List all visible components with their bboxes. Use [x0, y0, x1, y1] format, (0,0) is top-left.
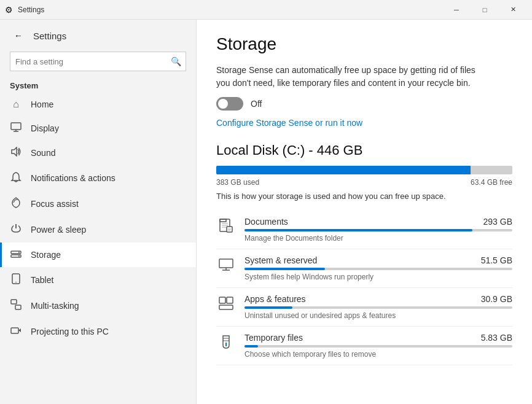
notifications-icon: [10, 171, 22, 185]
system-bar: [244, 268, 512, 270]
sidebar-item-tablet[interactable]: Tablet: [0, 267, 196, 293]
apps-bar: [244, 306, 512, 309]
power-icon: [10, 223, 22, 236]
apps-sub: Uninstall unused or undesired apps & fea…: [244, 311, 512, 320]
storage-item-temp[interactable]: Temporary files 5.83 GB Choose which tem…: [216, 327, 512, 365]
close-button[interactable]: ✕: [499, 0, 527, 20]
disk-bar-used: [216, 166, 471, 174]
svg-rect-11: [15, 305, 21, 309]
sidebar-item-power[interactable]: Power & sleep: [0, 217, 196, 243]
titlebar-title: Settings: [18, 6, 44, 14]
temp-body: Temporary files 5.83 GB Choose which tem…: [244, 333, 512, 359]
sidebar-item-label: Display: [31, 123, 59, 133]
sidebar-item-label: Multi-tasking: [31, 301, 79, 311]
temp-name: Temporary files: [244, 333, 303, 343]
sidebar-item-label: Power & sleep: [31, 225, 86, 235]
search-box: 🔍: [10, 52, 186, 71]
temp-sub: Choose which temporary files to remove: [244, 350, 512, 359]
svg-rect-14: [220, 219, 226, 222]
toggle-label: Off: [251, 99, 262, 109]
disk-bar-labels: 383 GB used 63.4 GB free: [216, 178, 512, 187]
temp-icon: [216, 334, 236, 353]
main-content: Storage Storage Sense can automatically …: [197, 20, 532, 404]
page-title: Storage: [216, 34, 512, 54]
documents-body: Documents 293 GB Manage the Documents fo…: [244, 217, 512, 243]
back-button[interactable]: ←: [10, 27, 27, 44]
temp-row: Temporary files 5.83 GB: [244, 333, 512, 343]
svg-rect-12: [11, 328, 18, 333]
sidebar-item-label: Home: [31, 99, 53, 109]
titlebar: ⚙ Settings ─ □ ✕: [0, 0, 532, 20]
sidebar-item-label: Projecting to this PC: [31, 327, 109, 336]
storage-sense-toggle-row: Off: [216, 97, 512, 111]
storage-item-documents[interactable]: Documents 293 GB Manage the Documents fo…: [216, 211, 512, 249]
temp-bar-fill: [244, 345, 258, 348]
documents-row: Documents 293 GB: [244, 217, 512, 227]
sidebar-item-multitasking[interactable]: Multi-tasking: [0, 293, 196, 319]
svg-rect-21: [219, 259, 233, 268]
toggle-knob: [218, 99, 228, 109]
temp-bar: [244, 345, 512, 348]
apps-name: Apps & features: [244, 294, 306, 304]
sidebar-item-label: Notifications & actions: [31, 173, 115, 183]
storage-item-apps[interactable]: Apps & features 30.9 GB Uninstall unused…: [216, 288, 512, 327]
sidebar: ← Settings 🔍 System ⌂ Home Display Sound: [0, 20, 197, 404]
disk-bar-container: [216, 166, 512, 174]
sidebar-header: ← Settings: [0, 20, 196, 49]
minimize-button[interactable]: ─: [442, 0, 471, 20]
display-icon: [10, 122, 22, 134]
apps-body: Apps & features 30.9 GB Uninstall unused…: [244, 294, 512, 320]
sidebar-item-label: Tablet: [31, 275, 53, 285]
back-icon: ←: [14, 31, 23, 41]
titlebar-controls: ─ □ ✕: [442, 0, 527, 20]
disk-section-title: Local Disk (C:) - 446 GB: [216, 142, 512, 158]
system-size: 51.5 GB: [481, 255, 512, 265]
apps-icon: [216, 295, 236, 314]
system-row: System & reserved 51.5 GB: [244, 255, 512, 265]
sidebar-item-projecting[interactable]: Projecting to this PC: [0, 319, 196, 344]
sidebar-item-label: Storage: [31, 250, 61, 260]
disk-free-label: 63.4 GB free: [471, 178, 512, 187]
search-icon[interactable]: 🔍: [166, 52, 186, 71]
storage-sense-description: Storage Sense can automatically free up …: [216, 64, 512, 90]
focus-icon: [10, 197, 22, 211]
multitasking-icon: [10, 299, 22, 313]
projecting-icon: [10, 325, 22, 338]
sidebar-item-notifications[interactable]: Notifications & actions: [0, 165, 196, 191]
storage-icon: [10, 249, 22, 261]
svg-rect-0: [11, 123, 21, 130]
svg-point-7: [18, 255, 20, 257]
sidebar-item-sound[interactable]: Sound: [0, 141, 196, 165]
documents-icon: [216, 218, 236, 237]
sidebar-section-header: System: [0, 76, 196, 93]
disk-bar: [216, 166, 512, 174]
home-icon: ⌂: [10, 99, 22, 110]
disk-used-label: 383 GB used: [216, 178, 259, 187]
app-container: ← Settings 🔍 System ⌂ Home Display Sound: [0, 20, 532, 404]
maximize-button[interactable]: □: [471, 0, 499, 20]
temp-size: 5.83 GB: [481, 333, 512, 343]
sidebar-item-display[interactable]: Display: [0, 116, 196, 141]
documents-bar-fill: [244, 229, 472, 231]
search-input[interactable]: [10, 52, 166, 71]
system-bar-fill: [244, 268, 325, 270]
system-icon: [216, 257, 236, 276]
sidebar-item-focus[interactable]: Focus assist: [0, 191, 196, 217]
svg-rect-10: [11, 300, 17, 304]
documents-bar: [244, 229, 512, 231]
apps-size: 30.9 GB: [481, 294, 512, 304]
titlebar-left: ⚙ Settings: [5, 5, 44, 15]
documents-name: Documents: [244, 217, 288, 227]
sidebar-item-storage[interactable]: Storage: [0, 243, 196, 267]
svg-rect-26: [227, 297, 233, 303]
storage-item-system[interactable]: System & reserved 51.5 GB System files h…: [216, 249, 512, 288]
configure-storage-sense-link[interactable]: Configure Storage Sense or run it now: [216, 118, 512, 128]
settings-icon: ⚙: [5, 5, 13, 15]
svg-marker-3: [12, 147, 17, 156]
svg-rect-25: [219, 297, 225, 303]
system-body: System & reserved 51.5 GB System files h…: [244, 255, 512, 281]
storage-sense-toggle[interactable]: [216, 97, 243, 111]
system-name: System & reserved: [244, 255, 317, 265]
sound-icon: [10, 147, 22, 159]
sidebar-item-home[interactable]: ⌂ Home: [0, 93, 196, 116]
